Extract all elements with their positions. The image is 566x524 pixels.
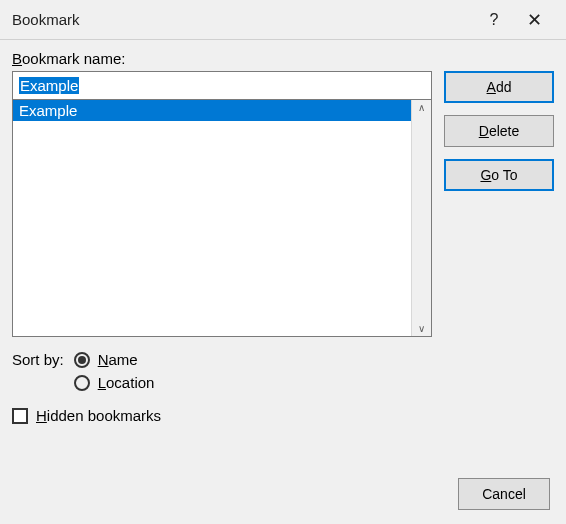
hidden-bookmarks-checkbox[interactable]: Hidden bookmarks	[12, 407, 554, 424]
radio-label: Name	[98, 351, 138, 368]
help-icon: ?	[490, 11, 499, 29]
checkbox-icon	[12, 408, 28, 424]
input-selected-text: Example	[19, 77, 79, 94]
main-row: Example Example ∧ ∨ Add Delete Go To	[12, 71, 554, 337]
cancel-button[interactable]: Cancel	[458, 478, 550, 510]
sort-by-label: Sort by:	[12, 351, 64, 368]
radio-icon	[74, 375, 90, 391]
sort-by-section: Sort by: Name Location	[12, 351, 554, 391]
sort-name-radio[interactable]: Name	[74, 351, 155, 368]
scroll-down-icon[interactable]: ∨	[418, 323, 425, 334]
close-icon: ✕	[527, 9, 542, 31]
checkbox-label: Hidden bookmarks	[36, 407, 161, 424]
dialog-title: Bookmark	[12, 11, 474, 28]
list-item[interactable]: Example	[13, 100, 411, 121]
bookmark-name-input[interactable]: Example	[12, 71, 432, 99]
scroll-up-icon[interactable]: ∧	[418, 102, 425, 113]
bookmark-listbox[interactable]: Example ∧ ∨	[12, 99, 432, 337]
goto-button[interactable]: Go To	[444, 159, 554, 191]
listbox-content: Example	[13, 100, 411, 336]
bookmark-name-label: Bookmark name:	[12, 50, 554, 67]
close-button[interactable]: ✕	[514, 4, 554, 36]
help-button[interactable]: ?	[474, 4, 514, 36]
dialog-content: Bookmark name: Example Example ∧ ∨ Add	[0, 40, 566, 434]
sort-radio-group: Name Location	[74, 351, 155, 391]
add-button[interactable]: Add	[444, 71, 554, 103]
left-column: Example Example ∧ ∨	[12, 71, 432, 337]
sort-location-radio[interactable]: Location	[74, 374, 155, 391]
radio-icon	[74, 352, 90, 368]
right-column: Add Delete Go To	[444, 71, 554, 337]
titlebar: Bookmark ? ✕	[0, 0, 566, 40]
radio-label: Location	[98, 374, 155, 391]
scrollbar[interactable]: ∧ ∨	[411, 100, 431, 336]
delete-button[interactable]: Delete	[444, 115, 554, 147]
